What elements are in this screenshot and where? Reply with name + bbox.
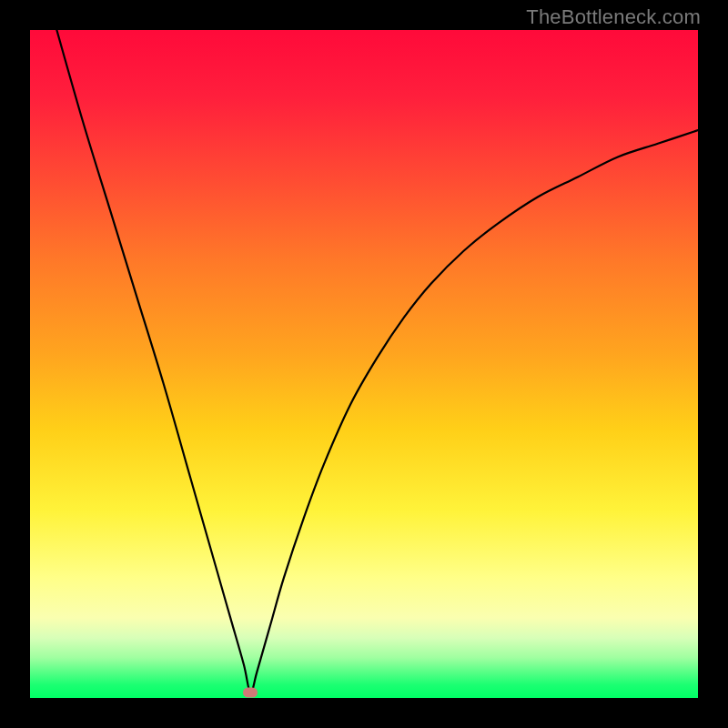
plot-area — [30, 30, 698, 698]
chart-frame: TheBottleneck.com — [0, 0, 728, 728]
attribution-text: TheBottleneck.com — [526, 5, 701, 29]
optimum-marker — [243, 688, 258, 698]
bottleneck-curve — [30, 30, 698, 698]
